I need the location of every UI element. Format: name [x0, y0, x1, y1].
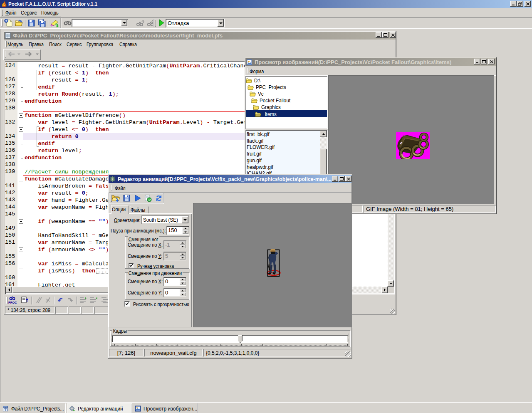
- svg-text:PROC: PROC: [8, 301, 17, 304]
